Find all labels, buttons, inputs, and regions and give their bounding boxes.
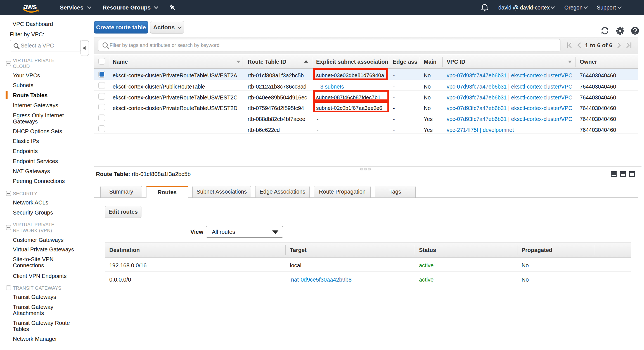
svg-text:aws: aws xyxy=(23,3,37,11)
